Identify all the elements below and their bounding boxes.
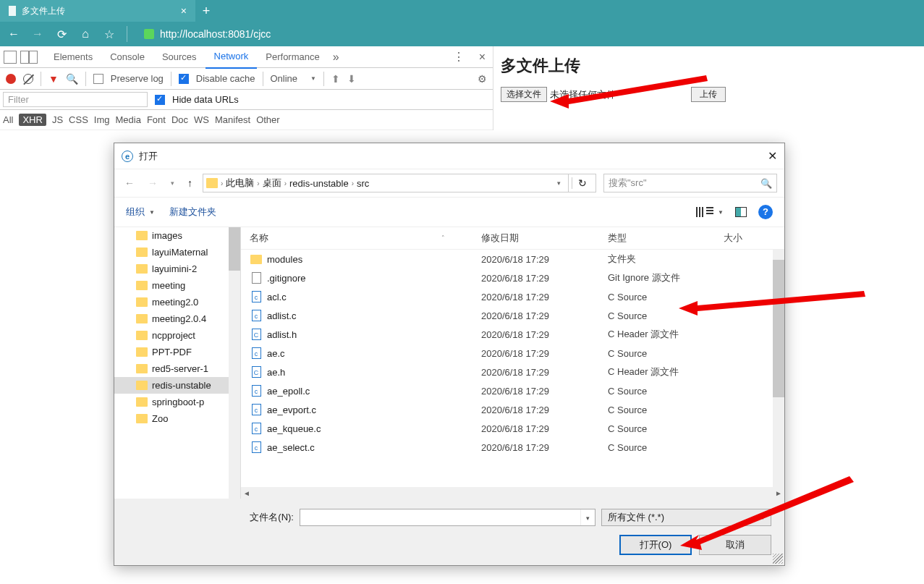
back-button[interactable]: ← [7, 27, 20, 41]
tree-item[interactable]: images [114, 227, 240, 244]
file-row[interactable]: cae_kqueue.c2020/6/18 17:29C Source [241, 419, 784, 438]
file-row[interactable]: cae.c2020/6/18 17:29C Source [241, 344, 784, 363]
tab-network[interactable]: Network [205, 46, 258, 69]
scroll-left-icon[interactable]: ◄ [241, 489, 253, 497]
crumb[interactable]: src [357, 178, 369, 189]
address-bar[interactable]: http://localhost:8081/cjcc [144, 28, 271, 40]
device-mode-icon[interactable] [20, 51, 38, 64]
file-row[interactable]: cae_evport.c2020/6/18 17:29C Source [241, 400, 784, 419]
nav-forward-icon[interactable]: → [145, 177, 161, 189]
type-filter-xhr[interactable]: XHR [19, 114, 46, 126]
upload-har-icon[interactable]: ⬆ [331, 73, 340, 85]
preview-pane-icon[interactable] [735, 207, 747, 217]
settings-icon[interactable]: ⚙ [478, 73, 487, 85]
type-filter-font[interactable]: Font [147, 114, 166, 125]
col-date[interactable]: 修改日期 [481, 232, 608, 245]
favorites-button[interactable]: ☆ [103, 27, 116, 41]
tree-item[interactable]: PPT-PDF [114, 344, 240, 360]
tree-item[interactable]: springboot-p [114, 394, 240, 410]
search-box[interactable]: 搜索"src" 🔍 [603, 174, 777, 192]
view-mode-button[interactable] [696, 207, 713, 217]
filetype-select[interactable]: 所有文件 (*.*) ▾ [601, 509, 771, 526]
file-row[interactable]: cae_select.c2020/6/18 17:29C Source [241, 438, 784, 457]
breadcrumb-dropdown-icon[interactable]: ▾ [553, 179, 565, 187]
tab-elements[interactable]: Elements [45, 46, 101, 68]
col-size[interactable]: 大小 [724, 232, 742, 245]
open-button[interactable]: 打开(O) [619, 535, 692, 555]
file-row[interactable]: cacl.c2020/6/18 17:29C Source [241, 287, 784, 306]
type-filter-other[interactable]: Other [256, 114, 280, 125]
devtools-menu-icon[interactable]: ⋮ [446, 50, 472, 64]
tree-item[interactable]: red5-server-1 [114, 360, 240, 377]
filename-dropdown-icon[interactable]: ▾ [580, 509, 595, 525]
search-icon[interactable]: 🔍 [66, 73, 78, 85]
devtools-close-icon[interactable]: × [472, 51, 493, 64]
type-filter-js[interactable]: JS [52, 114, 63, 125]
crumb[interactable]: redis-unstable [289, 178, 349, 189]
type-filter-doc[interactable]: Doc [171, 114, 188, 125]
type-filter-media[interactable]: Media [115, 114, 140, 125]
upload-button[interactable]: 上传 [691, 87, 726, 102]
filter-input[interactable]: Filter [3, 92, 148, 107]
crumb[interactable]: 桌面 [263, 177, 281, 190]
inspect-element-icon[interactable] [4, 51, 17, 64]
help-icon[interactable]: ? [758, 205, 773, 219]
hide-urls-checkbox[interactable] [155, 95, 165, 105]
tree-item[interactable]: Zoo [114, 410, 240, 427]
filename-input[interactable]: ▾ [300, 509, 595, 526]
col-name[interactable]: 名称˄ [250, 232, 481, 245]
folder-tree[interactable]: imageslayuiMaternallayuimini-2meetingmee… [114, 227, 241, 499]
type-filter-all[interactable]: All [3, 114, 13, 125]
disable-cache-checkbox[interactable] [179, 74, 189, 84]
view-dropdown-icon[interactable]: ▼ [718, 209, 724, 216]
tree-item[interactable]: redis-unstable [114, 377, 240, 394]
tree-item[interactable]: meeting [114, 277, 240, 294]
organize-dropdown-icon[interactable]: ▼ [149, 209, 155, 216]
col-type[interactable]: 类型 [608, 232, 724, 245]
file-row[interactable]: cae_epoll.c2020/6/18 17:29C Source [241, 381, 784, 400]
record-button[interactable] [6, 74, 16, 84]
clear-button[interactable] [23, 74, 33, 84]
new-folder-button[interactable]: 新建文件夹 [169, 206, 216, 219]
throttle-select[interactable]: Online ▼ [271, 73, 317, 84]
refresh-icon[interactable]: ↻ [572, 177, 593, 189]
tree-item[interactable]: meeting2.0 [114, 294, 240, 310]
resize-grip-icon[interactable] [773, 554, 783, 564]
dialog-close-icon[interactable]: ✕ [768, 149, 777, 163]
file-row[interactable]: cadlist.c2020/6/18 17:29C Source [241, 306, 784, 325]
tab-console[interactable]: Console [101, 46, 153, 68]
filter-icon[interactable]: ▼ [48, 73, 59, 85]
home-button[interactable]: ⌂ [79, 27, 92, 41]
file-row[interactable]: Cae.h2020/6/18 17:29C Header 源文件 [241, 363, 784, 381]
file-row[interactable]: Cadlist.h2020/6/18 17:29C Header 源文件 [241, 325, 784, 344]
forward-button[interactable]: → [31, 27, 44, 41]
type-filter-css[interactable]: CSS [69, 114, 88, 125]
h-scrollbar[interactable]: ◄ ► [241, 487, 784, 499]
crumb[interactable]: 此电脑 [226, 177, 254, 190]
file-row[interactable]: modules2020/6/18 17:29文件夹 [241, 250, 784, 268]
tree-scroll-thumb[interactable] [229, 227, 240, 271]
preserve-log-checkbox[interactable] [93, 74, 103, 84]
search-icon[interactable]: 🔍 [760, 178, 772, 189]
nav-up-icon[interactable]: ↑ [185, 177, 195, 189]
tab-close-icon[interactable]: × [181, 5, 187, 17]
filetype-dropdown-icon[interactable]: ▾ [761, 514, 765, 521]
type-filter-manifest[interactable]: Manifest [215, 114, 250, 125]
tab-performance[interactable]: Performance [257, 46, 328, 68]
reload-button[interactable]: ⟳ [55, 27, 68, 41]
file-list[interactable]: modules2020/6/18 17:29文件夹.gitignore2020/… [241, 250, 784, 487]
more-tabs-icon[interactable]: » [333, 51, 339, 64]
organize-button[interactable]: 组织 [126, 206, 145, 219]
tree-item[interactable]: layuimini-2 [114, 261, 240, 277]
file-scroll-thumb[interactable] [773, 260, 784, 397]
tree-item[interactable]: ncpproject [114, 327, 240, 344]
download-har-icon[interactable]: ⬇ [347, 73, 356, 85]
tree-item[interactable]: layuiMaternal [114, 244, 240, 261]
choose-file-button[interactable]: 选择文件 [501, 87, 547, 102]
cancel-button[interactable]: 取消 [699, 535, 771, 555]
nav-history-icon[interactable]: ▾ [168, 179, 177, 187]
type-filter-img[interactable]: Img [94, 114, 110, 125]
tree-item[interactable]: meeting2.0.4 [114, 310, 240, 327]
file-row[interactable]: .gitignore2020/6/18 17:29Git Ignore 源文件 [241, 268, 784, 287]
scroll-right-icon[interactable]: ► [773, 489, 784, 497]
